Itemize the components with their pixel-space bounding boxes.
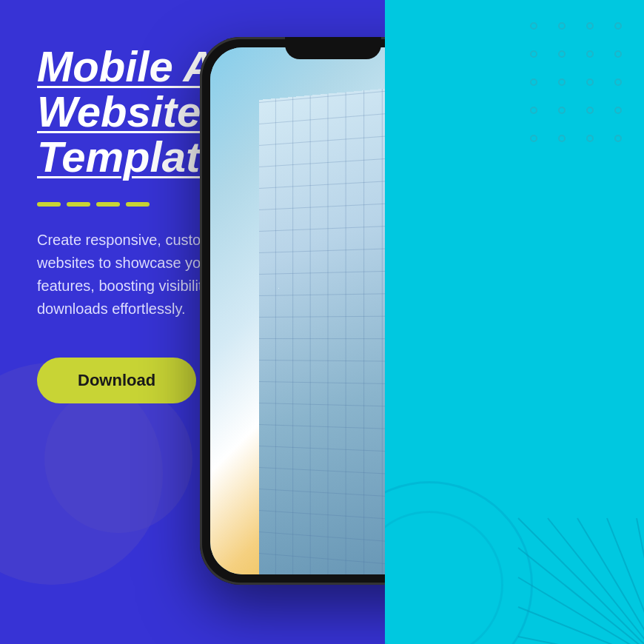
dash-2 bbox=[67, 202, 90, 207]
dot-5-3 bbox=[586, 135, 594, 142]
dash-1 bbox=[37, 202, 61, 207]
dot-5-2 bbox=[558, 135, 566, 142]
left-panel: Mobile App Website Templates Create resp… bbox=[0, 0, 385, 644]
dot-4-1 bbox=[530, 107, 537, 114]
dot-grid-decoration bbox=[530, 22, 629, 150]
dot-5-4 bbox=[614, 135, 622, 142]
window-grid bbox=[259, 78, 385, 574]
dot-2-2 bbox=[558, 50, 566, 58]
dot-4-4 bbox=[614, 107, 622, 114]
dot-2-3 bbox=[586, 50, 594, 58]
arc-decoration bbox=[489, 489, 644, 644]
dash-3 bbox=[96, 202, 120, 207]
dot-4-2 bbox=[558, 107, 566, 114]
svg-line-1 bbox=[637, 518, 644, 644]
dot-3-3 bbox=[586, 78, 594, 86]
phone-outer-frame bbox=[200, 37, 385, 585]
building-background bbox=[210, 47, 385, 574]
dot-3-4 bbox=[614, 78, 622, 86]
phone-notch bbox=[285, 37, 381, 59]
dot-2-1 bbox=[530, 50, 537, 58]
phone-screen bbox=[210, 47, 385, 574]
right-panel bbox=[385, 0, 644, 644]
dot-1-4 bbox=[614, 22, 622, 30]
dot-1-2 bbox=[558, 22, 566, 30]
phone-mockup bbox=[200, 37, 385, 600]
title-line2: Website bbox=[37, 87, 201, 135]
dot-3-1 bbox=[530, 78, 537, 86]
building-face bbox=[259, 78, 385, 574]
dot-5-1 bbox=[530, 135, 537, 142]
svg-line-5 bbox=[518, 518, 644, 644]
download-button[interactable]: Download bbox=[37, 358, 196, 403]
page-container: Mobile App Website Templates Create resp… bbox=[0, 0, 644, 644]
dot-2-4 bbox=[614, 50, 622, 58]
dot-1-1 bbox=[530, 22, 537, 30]
dash-4 bbox=[126, 202, 150, 207]
dot-1-3 bbox=[586, 22, 594, 30]
dot-4-3 bbox=[586, 107, 594, 114]
svg-line-9 bbox=[518, 637, 644, 644]
dot-3-2 bbox=[558, 78, 566, 86]
